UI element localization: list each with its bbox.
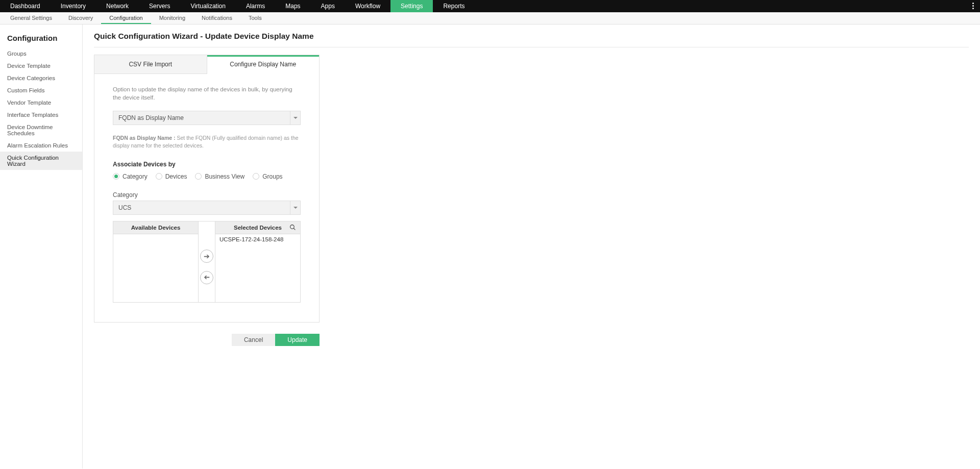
- selected-devices-header: Selected Devices: [215, 221, 300, 234]
- nav-servers[interactable]: Servers: [139, 0, 180, 12]
- list-item[interactable]: UCSPE-172-24-158-248: [219, 236, 296, 242]
- nav-dashboard[interactable]: Dashboard: [0, 0, 51, 12]
- display-name-hint: FQDN as Display Name : Set the FQDN (Ful…: [113, 134, 301, 149]
- sidebar-item-alarm-escalation-rules[interactable]: Alarm Escalation Rules: [0, 139, 82, 152]
- radio-icon: [113, 173, 119, 180]
- action-row: Cancel Update: [94, 334, 320, 346]
- radio-label: Devices: [165, 173, 187, 180]
- arrow-right-icon: ➔: [204, 253, 210, 260]
- page-title: Quick Configuration Wizard - Update Devi…: [94, 32, 969, 47]
- nav-network[interactable]: Network: [96, 0, 139, 12]
- available-devices-column: Available Devices: [113, 221, 198, 302]
- move-right-button[interactable]: ➔: [200, 250, 213, 263]
- selected-devices-column: Selected Devices UCSPE-172-24-158-248: [215, 221, 300, 302]
- wizard-card: CSV File Import Configure Display Name O…: [94, 55, 320, 323]
- wizard-description: Option to update the display name of the…: [113, 85, 301, 102]
- sidebar-item-vendor-template[interactable]: Vendor Template: [0, 96, 82, 109]
- sidebar-item-custom-fields[interactable]: Custom Fields: [0, 84, 82, 96]
- radio-label: Business View: [205, 173, 244, 180]
- sidebar-item-quick-configuration-wizard[interactable]: Quick Configuration Wizard: [0, 152, 82, 170]
- category-field-label: Category: [113, 191, 301, 199]
- display-name-select-value: FQDN as Display Name: [118, 114, 184, 121]
- top-nav: Dashboard Inventory Network Servers Virt…: [0, 0, 980, 12]
- update-button[interactable]: Update: [275, 334, 320, 346]
- radio-category[interactable]: Category: [113, 173, 148, 180]
- chevron-down-icon: [290, 111, 300, 125]
- sidebar-item-interface-templates[interactable]: Interface Templates: [0, 109, 82, 121]
- radio-business-view[interactable]: Business View: [195, 173, 244, 180]
- radio-icon: [156, 173, 162, 180]
- nav-alarms[interactable]: Alarms: [236, 0, 275, 12]
- sub-nav: General Settings Discovery Configuration…: [0, 12, 980, 24]
- nav-reports[interactable]: Reports: [433, 0, 475, 12]
- radio-label: Groups: [262, 173, 282, 180]
- subnav-discovery[interactable]: Discovery: [60, 12, 101, 24]
- subnav-general-settings[interactable]: General Settings: [2, 12, 60, 24]
- chevron-down-icon: [290, 201, 300, 214]
- radio-icon: [195, 173, 202, 180]
- svg-line-1: [293, 228, 295, 230]
- sidebar-item-device-template[interactable]: Device Template: [0, 60, 82, 72]
- display-name-select[interactable]: FQDN as Display Name: [113, 111, 301, 125]
- radio-devices[interactable]: Devices: [156, 173, 187, 180]
- tab-csv-file-import[interactable]: CSV File Import: [94, 55, 207, 74]
- cancel-button[interactable]: Cancel: [232, 334, 275, 346]
- available-devices-list[interactable]: [113, 234, 198, 302]
- subnav-notifications[interactable]: Notifications: [193, 12, 240, 24]
- svg-point-0: [290, 225, 295, 229]
- selected-devices-header-text: Selected Devices: [234, 225, 282, 231]
- radio-label: Category: [122, 173, 148, 180]
- radio-groups[interactable]: Groups: [253, 173, 282, 180]
- sidebar-item-device-categories[interactable]: Device Categories: [0, 72, 82, 84]
- sidebar-title: Configuration: [0, 34, 82, 47]
- sidebar: Configuration Groups Device Template Dev…: [0, 24, 83, 468]
- nav-virtualization[interactable]: Virtualization: [180, 0, 235, 12]
- sidebar-item-device-downtime-schedules[interactable]: Device Downtime Schedules: [0, 121, 82, 139]
- nav-workflow[interactable]: Workflow: [345, 0, 390, 12]
- nav-apps[interactable]: Apps: [311, 0, 345, 12]
- subnav-configuration[interactable]: Configuration: [101, 12, 151, 24]
- hint-label: FQDN as Display Name :: [113, 135, 176, 141]
- nav-settings[interactable]: Settings: [390, 0, 433, 12]
- content-area: Quick Configuration Wizard - Update Devi…: [83, 24, 980, 468]
- device-transfer: Available Devices ➔ ➔ Selected Devices: [113, 221, 301, 303]
- arrow-left-icon: ➔: [204, 274, 210, 281]
- transfer-controls: ➔ ➔: [198, 221, 215, 302]
- available-devices-header: Available Devices: [113, 221, 198, 234]
- selected-devices-list[interactable]: UCSPE-172-24-158-248: [215, 234, 300, 302]
- subnav-monitoring[interactable]: Monitoring: [151, 12, 193, 24]
- move-left-button[interactable]: ➔: [200, 271, 213, 284]
- sidebar-item-groups[interactable]: Groups: [0, 47, 82, 60]
- search-icon[interactable]: [289, 224, 296, 232]
- associate-devices-label: Associate Devices by: [113, 161, 301, 168]
- tab-configure-display-name[interactable]: Configure Display Name: [207, 55, 320, 74]
- nav-inventory[interactable]: Inventory: [51, 0, 96, 12]
- radio-icon: [253, 173, 259, 180]
- nav-maps[interactable]: Maps: [275, 0, 310, 12]
- category-select-value: UCS: [118, 204, 131, 211]
- category-select[interactable]: UCS: [113, 201, 301, 215]
- more-menu-icon[interactable]: [970, 1, 976, 11]
- subnav-tools[interactable]: Tools: [240, 12, 270, 24]
